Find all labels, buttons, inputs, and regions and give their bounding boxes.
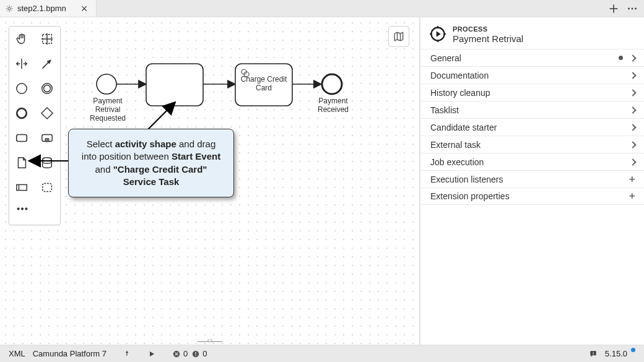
svg-point-41 — [97, 74, 116, 94]
svg-rect-35 — [43, 184, 52, 192]
chevron-right-icon — [629, 89, 636, 96]
process-icon — [429, 25, 446, 43]
close-tab-icon[interactable]: × — [79, 4, 90, 13]
new-tab-button[interactable] — [607, 2, 620, 15]
svg-rect-27 — [17, 135, 27, 142]
svg-rect-42 — [146, 64, 203, 106]
gateway-tool[interactable] — [38, 105, 56, 122]
add-icon[interactable]: + — [629, 175, 635, 184]
properties-section[interactable]: External task — [420, 136, 644, 153]
properties-section[interactable]: Execution listeners+ — [420, 170, 644, 187]
properties-section[interactable]: Documentation — [420, 66, 644, 84]
svg-point-38 — [25, 208, 27, 210]
svg-line-5 — [7, 6, 7, 7]
space-tool[interactable] — [13, 55, 30, 72]
svg-point-32 — [43, 158, 52, 162]
section-label: General — [430, 53, 461, 63]
svg-point-44 — [242, 69, 246, 74]
add-icon[interactable]: + — [629, 192, 635, 200]
task-tool[interactable] — [13, 129, 30, 147]
section-label: Candidate starter — [430, 123, 497, 132]
chevron-right-icon — [629, 124, 636, 131]
tab-bar: step2.1.bpmn × — [0, 0, 644, 17]
svg-point-36 — [17, 208, 19, 210]
more-tools[interactable] — [13, 204, 30, 221]
update-dot-icon — [631, 348, 635, 352]
connect-tool[interactable] — [38, 55, 56, 72]
svg-point-13 — [635, 7, 637, 9]
problems-button[interactable]: 0 0 — [168, 349, 211, 358]
properties-section[interactable]: History cleanup — [420, 84, 644, 101]
properties-section[interactable]: Candidate starter — [420, 118, 644, 136]
svg-point-0 — [8, 7, 11, 9]
expanded-subprocess-tool[interactable] — [38, 129, 56, 147]
tool-palette — [9, 26, 61, 225]
element-name: Payment Retrival — [453, 33, 523, 44]
svg-rect-43 — [235, 64, 292, 106]
hand-tool[interactable] — [13, 30, 30, 48]
svg-point-45 — [244, 72, 249, 77]
chevron-right-icon — [629, 158, 636, 165]
svg-rect-67 — [593, 354, 593, 355]
properties-section[interactable]: Job execution — [420, 153, 644, 170]
svg-point-11 — [628, 7, 630, 9]
feedback-button[interactable] — [585, 350, 601, 358]
deploy-button[interactable] — [119, 350, 135, 358]
canvas[interactable]: Payment Retrival Requested Charge Credit… — [0, 17, 420, 345]
properties-section[interactable]: Extension properties+ — [420, 187, 644, 205]
start-event-label: Payment Retrival Requested — [84, 97, 131, 123]
version-label[interactable]: 5.15.0 — [601, 349, 639, 358]
svg-point-25 — [17, 108, 27, 118]
svg-rect-65 — [196, 355, 196, 356]
modified-dot-icon — [619, 56, 623, 60]
file-tab[interactable]: step2.1.bpmn × — [0, 0, 97, 17]
service-task-label: Charge Credit Card — [238, 75, 290, 92]
section-label: External task — [430, 140, 481, 150]
chevron-right-icon — [629, 72, 636, 79]
section-label: Job execution — [430, 157, 484, 167]
svg-rect-66 — [593, 352, 593, 354]
svg-marker-59 — [150, 351, 154, 356]
more-menu-button[interactable] — [625, 2, 639, 15]
svg-point-22 — [17, 84, 27, 94]
section-label: Tasklist — [430, 105, 459, 115]
properties-panel: PROCESS Payment Retrival GeneralDocument… — [420, 17, 644, 345]
element-type-label: PROCESS — [453, 25, 488, 33]
platform-label[interactable]: Camunda Platform 7 — [29, 349, 110, 358]
data-object-tool[interactable] — [13, 154, 30, 171]
properties-header: PROCESS Payment Retrival — [420, 17, 644, 49]
svg-point-24 — [44, 85, 51, 92]
svg-line-7 — [7, 10, 7, 11]
end-event-tool[interactable] — [13, 105, 30, 122]
participant-tool[interactable] — [13, 179, 30, 196]
chevron-right-icon — [629, 106, 636, 113]
panel-resize-handle[interactable] — [191, 338, 228, 345]
run-button[interactable] — [144, 350, 160, 358]
svg-line-51 — [147, 109, 168, 130]
svg-marker-54 — [437, 31, 441, 37]
svg-rect-33 — [17, 184, 27, 190]
svg-point-46 — [322, 74, 342, 94]
end-event-label: Payment Received — [316, 97, 350, 114]
minimap-toggle[interactable] — [388, 26, 409, 47]
properties-section[interactable]: General — [420, 49, 644, 66]
svg-line-8 — [11, 6, 12, 7]
lasso-tool[interactable] — [38, 30, 56, 48]
chevron-right-icon — [629, 54, 636, 61]
section-label: Extension properties — [430, 191, 510, 201]
section-label: Execution listeners — [430, 175, 503, 184]
gear-icon — [5, 4, 14, 13]
data-store-tool[interactable] — [38, 154, 56, 171]
xml-toggle[interactable]: XML — [5, 349, 29, 358]
section-label: Documentation — [430, 71, 489, 80]
svg-rect-26 — [41, 108, 53, 119]
intermediate-event-tool[interactable] — [38, 80, 56, 97]
svg-point-37 — [21, 208, 23, 210]
properties-section[interactable]: Tasklist — [420, 101, 644, 118]
start-event-tool[interactable] — [13, 80, 30, 97]
file-tab-label: step2.1.bpmn — [17, 4, 66, 13]
status-bar: XML Camunda Platform 7 0 0 5.15.0 — [0, 345, 644, 362]
svg-rect-64 — [196, 351, 196, 355]
group-tool[interactable] — [38, 179, 56, 196]
instruction-callout: Select activity shape and drag into posi… — [68, 129, 234, 197]
